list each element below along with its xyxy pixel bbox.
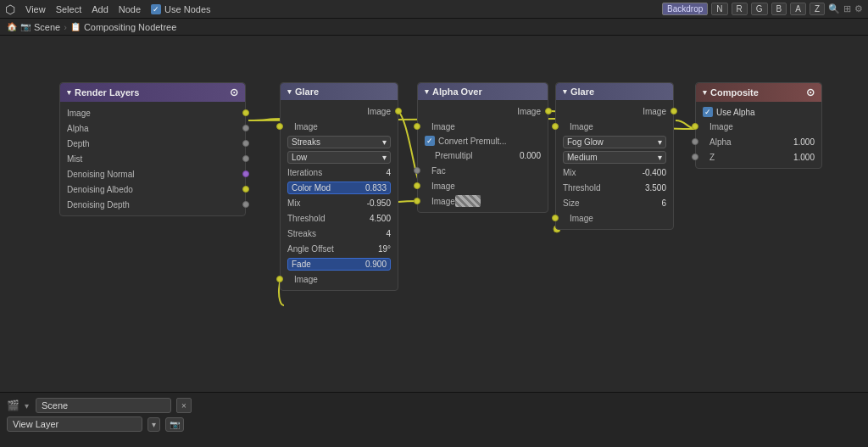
- g1-colormod-field[interactable]: Color Mod 0.833: [287, 182, 391, 194]
- ao-image-in-socket: [414, 123, 420, 130]
- g1-mix-value: -0.950: [367, 198, 391, 208]
- comp-use-alpha-checkbox[interactable]: ✓: [703, 107, 713, 117]
- node-glare2-header: ▾ Glare: [556, 83, 673, 100]
- g1-quality-row[interactable]: Low ▾: [281, 149, 398, 165]
- g2-bottom-socket: [552, 215, 559, 221]
- breadcrumb-sep: ›: [64, 22, 67, 32]
- comp-z-label: Z: [709, 153, 715, 162]
- ao-image-out-socket: [545, 108, 552, 115]
- node-render-layers[interactable]: ▾ Render Layers ⊙ Image Alpha Depth Mist: [59, 82, 246, 216]
- g2-quality-select[interactable]: Medium ▾: [563, 151, 666, 164]
- node-glare1-body: Image Image Streaks ▾ Low ▾ Iterat: [281, 100, 398, 290]
- ao-convert-checkbox[interactable]: ✓: [425, 136, 435, 146]
- ao-image-in-row: Image: [418, 119, 548, 134]
- g1-colormod-row[interactable]: Color Mod 0.833: [281, 180, 398, 195]
- channel-z[interactable]: Z: [810, 3, 825, 15]
- comp-alpha-socket: [692, 138, 698, 145]
- menu-select[interactable]: Select: [56, 4, 82, 14]
- g1-threshold-label: Threshold: [287, 214, 370, 223]
- canvas[interactable]: ▾ Render Layers ⊙ Image Alpha Depth Mist: [0, 36, 868, 409]
- node-composite-body: ✓ Use Alpha Image Alpha 1.000 Z 1.000: [696, 102, 821, 168]
- g1-quality-arrow: ▾: [382, 153, 387, 162]
- scene-close-button[interactable]: ×: [176, 398, 192, 413]
- rl-alpha-socket: [242, 125, 249, 131]
- g1-fade-row[interactable]: Fade 0.900: [281, 256, 398, 271]
- ao-image1-label: Image: [431, 182, 455, 191]
- comp-use-alpha-row[interactable]: ✓ Use Alpha: [696, 105, 821, 119]
- g1-type-arrow: ▾: [382, 137, 387, 147]
- g1-image-in-label: Image: [294, 122, 318, 131]
- composite-icon: ⊙: [806, 87, 815, 98]
- channel-r[interactable]: R: [732, 3, 748, 15]
- rl-alpha-label: Alpha: [67, 124, 89, 133]
- g2-mix-label: Mix: [563, 168, 643, 177]
- g1-streaks-row: Streaks 4: [281, 226, 398, 241]
- g2-type-select[interactable]: Fog Glow ▾: [563, 136, 666, 148]
- rl-den-depth-row: Denoising Depth: [60, 197, 245, 212]
- breadcrumb-scene[interactable]: Scene: [34, 22, 60, 32]
- glare2-collapse-icon[interactable]: ▾: [563, 87, 567, 96]
- g1-type-select[interactable]: Streaks ▾: [287, 136, 391, 148]
- menu-view[interactable]: View: [25, 4, 46, 14]
- g2-size-label: Size: [563, 198, 661, 208]
- g2-type-row[interactable]: Fog Glow ▾: [556, 134, 673, 149]
- scene-dropdown-icon[interactable]: ▾: [25, 401, 29, 411]
- node-alpha-over[interactable]: ▾ Alpha Over Image Image ✓ Convert Premu…: [417, 82, 548, 213]
- rl-alpha-row: Alpha: [60, 120, 245, 136]
- view-layer-camera-button[interactable]: 📷: [165, 417, 184, 432]
- use-nodes-toggle[interactable]: ✓ Use Nodes: [151, 4, 210, 14]
- g1-streaks-value: 4: [386, 229, 391, 238]
- g1-image-out-socket: [395, 108, 402, 115]
- ao-convert-row[interactable]: ✓ Convert Premult...: [418, 134, 548, 148]
- comp-alpha-label: Alpha: [709, 137, 732, 147]
- g2-size-row: Size 6: [556, 195, 673, 210]
- backdrop-button[interactable]: Backdrop: [662, 3, 708, 15]
- g2-bottom-row: Image: [556, 210, 673, 226]
- rl-den-albedo-label: Denoising Albedo: [67, 185, 133, 194]
- glare1-collapse-icon[interactable]: ▾: [287, 87, 292, 96]
- node-glare1[interactable]: ▾ Glare Image Image Streaks ▾ Low: [280, 82, 398, 291]
- channel-b[interactable]: B: [771, 3, 787, 15]
- channel-a[interactable]: A: [790, 3, 806, 15]
- g2-image-out-label: Image: [563, 107, 666, 116]
- view-layer-input[interactable]: [7, 416, 142, 432]
- g2-quality-value: Medium: [567, 153, 598, 162]
- view-layer-dropdown[interactable]: ▾: [147, 417, 160, 432]
- g2-image-out-socket: [670, 108, 677, 115]
- channel-g[interactable]: G: [751, 3, 768, 15]
- node-glare2[interactable]: ▾ Glare Image Image Fog Glow ▾ Medium: [555, 82, 674, 230]
- bottom-bar: 🎬 ▾ × ▾ 📷: [0, 392, 868, 447]
- ao-image-preview: [455, 195, 481, 207]
- g1-threshold-value: 4.500: [370, 214, 391, 223]
- scene-input[interactable]: [36, 398, 171, 413]
- g2-mix-row: Mix -0.400: [556, 165, 673, 180]
- breadcrumb: 🏠 📷 Scene › 📋 Compositing Nodetree: [0, 19, 868, 36]
- ao-convert-label: Convert Premult...: [438, 137, 507, 146]
- node-glare1-header: ▾ Glare: [281, 83, 398, 100]
- g1-angle-value: 19°: [378, 244, 391, 254]
- breadcrumb-nodetree[interactable]: Compositing Nodetree: [84, 22, 176, 32]
- alpha-collapse-icon[interactable]: ▾: [425, 87, 429, 96]
- g1-mix-row: Mix -0.950: [281, 195, 398, 210]
- g1-quality-select[interactable]: Low ▾: [287, 151, 391, 164]
- g2-image-out-row: Image: [556, 103, 673, 119]
- menu-add[interactable]: Add: [92, 4, 108, 14]
- comp-collapse-icon[interactable]: ▾: [703, 88, 707, 97]
- comp-alpha-value: 1.000: [793, 137, 815, 147]
- g2-image-in-socket: [552, 123, 559, 130]
- g1-type-row[interactable]: Streaks ▾: [281, 134, 398, 149]
- g2-quality-row[interactable]: Medium ▾: [556, 149, 673, 165]
- comp-use-alpha-label: Use Alpha: [716, 108, 755, 117]
- ao-image2-socket: [414, 198, 420, 204]
- g1-fade-field[interactable]: Fade 0.900: [287, 258, 391, 271]
- node-composite[interactable]: ▾ Composite ⊙ ✓ Use Alpha Image Alpha 1.…: [695, 82, 822, 169]
- ao-image2-row: Image: [418, 193, 548, 209]
- comp-image-label: Image: [709, 122, 733, 131]
- g1-image-in-row: Image: [281, 119, 398, 134]
- comp-image-socket: [692, 123, 698, 130]
- menu-node[interactable]: Node: [119, 4, 141, 14]
- collapse-icon[interactable]: ▾: [67, 88, 71, 97]
- use-nodes-checkbox[interactable]: ✓: [151, 4, 161, 14]
- g1-fade-label: Fade: [292, 260, 311, 269]
- channel-n[interactable]: N: [711, 3, 727, 15]
